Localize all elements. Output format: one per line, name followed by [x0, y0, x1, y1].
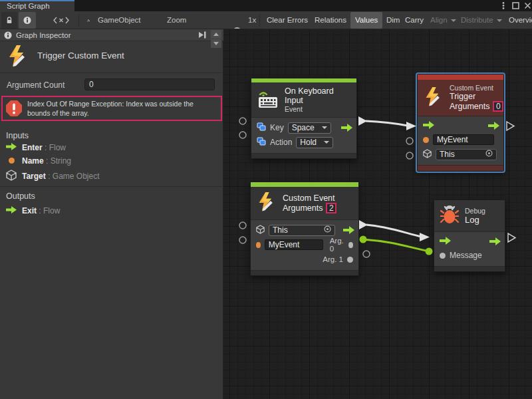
node-title: Trigger	[450, 92, 503, 101]
tab-bar: Script Graph	[0, 0, 532, 11]
chevron-down-icon	[322, 126, 327, 129]
node-header: Custom Event Trigger Arguments 0	[418, 80, 503, 116]
align-button[interactable]: Align	[426, 12, 461, 29]
lock-icon[interactable]	[1, 12, 17, 29]
string-port[interactable]	[256, 242, 261, 248]
values-button[interactable]: Values	[350, 12, 382, 29]
event-name-row: Arg. 0	[251, 237, 358, 252]
graph-toolbar: GameObject Zoom 1x Clear Errors Relation…	[0, 11, 532, 29]
key-dropdown[interactable]: Space	[288, 122, 331, 134]
graph-inspector-header: Graph Inspector	[0, 29, 223, 41]
arguments-count-badge: 0	[493, 101, 503, 112]
info-icon	[4, 31, 12, 39]
node-debug-log[interactable]: Debug Log Message	[434, 200, 505, 272]
node-on-keyboard-input[interactable]: On Keyboard Input Event Key Space Action	[251, 78, 357, 159]
code-preview-icon[interactable]	[47, 12, 76, 29]
arg0-out-port[interactable]	[348, 242, 353, 248]
clear-errors-button[interactable]: Clear Errors	[262, 12, 313, 29]
node-trigger-custom-event[interactable]: Custom Event Trigger Arguments 0 This	[417, 74, 504, 172]
string-port-icon	[6, 156, 17, 166]
flow-in-port[interactable]	[423, 121, 434, 131]
carry-button[interactable]: Carry	[400, 12, 428, 29]
arg1-row: Arg. 1	[251, 252, 358, 267]
input-row-name: Name : String	[6, 156, 71, 166]
output-row-exit: Exit : Flow	[6, 206, 60, 215]
graph-inspector-title: Graph Inspector	[16, 31, 70, 39]
key-port-row: Key Space	[251, 120, 356, 135]
close-icon[interactable]	[523, 1, 532, 10]
event-name-input[interactable]	[433, 134, 494, 145]
node-footer	[434, 266, 505, 271]
action-port-row: Action Hold	[251, 135, 356, 150]
target-row: This	[418, 147, 503, 162]
message-in-port[interactable]	[440, 253, 446, 259]
inspector-scroll-spinner	[211, 30, 221, 49]
arguments-count-badge: 2	[326, 203, 336, 213]
relations-button[interactable]: Relations	[310, 12, 351, 29]
error-color-bar	[418, 74, 503, 80]
argument-count-input[interactable]	[84, 78, 215, 90]
arg1-out-port[interactable]	[347, 257, 353, 263]
cube-icon[interactable]	[423, 149, 432, 160]
input-row-enter: Enter : Flow	[6, 143, 66, 152]
flow-out-port[interactable]	[343, 226, 354, 236]
chevron-down-icon	[497, 19, 502, 22]
object-picker-icon[interactable]	[485, 150, 493, 159]
chevron-down-icon	[324, 141, 329, 144]
cube-icon[interactable]	[256, 225, 265, 236]
node-footer	[418, 165, 503, 171]
object-picker-icon[interactable]	[324, 225, 331, 235]
node-title: On Keyboard Input	[285, 86, 350, 105]
event-name-input[interactable]	[265, 239, 323, 250]
distribute-button[interactable]: Distribute	[456, 12, 507, 29]
flow-out-port[interactable]	[488, 122, 499, 132]
error-octagon-icon	[5, 100, 23, 117]
argument-count-label: Argument Count	[7, 80, 65, 90]
triangle-down-icon	[213, 42, 219, 45]
flow-out-port[interactable]	[341, 124, 352, 134]
keyboard-icon	[257, 89, 279, 111]
window-menu-icon[interactable]	[499, 1, 508, 10]
flow-out-port[interactable]	[489, 237, 501, 247]
divider	[0, 72, 223, 73]
graph-inspector-panel: Graph Inspector Trigger Custom Event Arg…	[0, 29, 223, 399]
target-dropdown[interactable]: This	[269, 225, 335, 236]
arguments-line: Arguments 2	[283, 203, 336, 213]
maximize-icon[interactable]	[511, 1, 520, 10]
arg0-label: Arg. 0	[330, 237, 345, 253]
scroll-down-button[interactable]	[211, 39, 221, 48]
error-message-box: Index Out Of Range Exception: Index was …	[1, 96, 222, 121]
inputs-section-title: Inputs	[6, 131, 29, 140]
scroll-up-button[interactable]	[211, 30, 221, 39]
info-toggle-icon[interactable]	[19, 12, 36, 29]
node-custom-event[interactable]: Custom Event Arguments 2 This Arg. 0	[250, 182, 359, 276]
node-subtitle: Event	[285, 105, 350, 113]
custom-event-icon	[7, 44, 29, 72]
zoom-value: 1x	[243, 12, 261, 29]
flow-port-row	[434, 235, 505, 248]
string-port[interactable]	[423, 137, 429, 143]
node-header: Custom Event Arguments 2	[251, 187, 358, 220]
toolbar-separator	[259, 14, 260, 27]
dock-panel-icon[interactable]	[198, 31, 207, 41]
message-label: Message	[450, 251, 482, 260]
key-port-label: Key	[270, 123, 284, 132]
flow-arrow-icon	[6, 206, 17, 215]
target-dropdown[interactable]: This	[436, 149, 497, 160]
cube-icon	[6, 170, 17, 183]
overview-button[interactable]: Overview	[504, 12, 532, 29]
node-body: Message	[434, 232, 505, 266]
node-kicker: Debug	[465, 207, 485, 215]
action-literal-icon	[257, 137, 266, 148]
gameobject-breadcrumb[interactable]: GameObject	[93, 12, 146, 29]
event-name-row	[418, 132, 503, 147]
action-dropdown[interactable]: Hold	[296, 137, 333, 148]
tab-script-graph[interactable]: Script Graph	[0, 0, 74, 11]
flow-in-port[interactable]	[440, 237, 451, 247]
node-body: This Arg. 0 Arg. 1	[251, 220, 358, 270]
node-body: Key Space Action Hold	[251, 118, 356, 153]
node-header: On Keyboard Input Event	[251, 82, 356, 118]
chevron-down-icon	[451, 19, 456, 22]
node-body: This	[418, 116, 503, 165]
custom-event-icon	[257, 191, 277, 215]
